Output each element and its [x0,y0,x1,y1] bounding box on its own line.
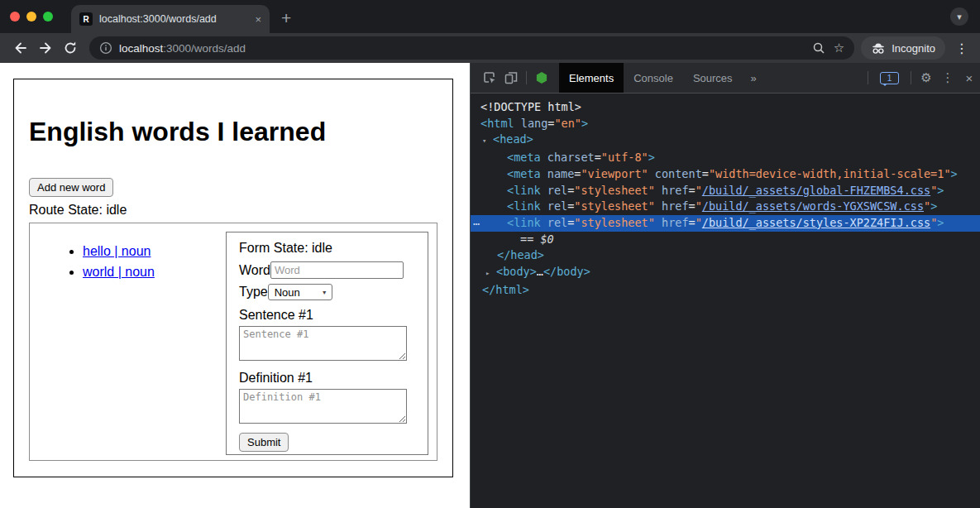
sentence-textarea[interactable] [239,326,407,361]
tab-title: localhost:3000/words/add [99,13,250,25]
issues-counter-button[interactable]: 1 [872,72,906,84]
devtools-toolbar: ElementsConsoleSources » 1 ⚙ ⋮ × [471,63,980,93]
code-segment-value: "utf-8" [601,151,648,164]
browser-menu-button[interactable]: ⋮ [955,41,968,56]
more-tabs-button[interactable]: » [743,72,765,84]
device-toolbar-icon[interactable] [500,67,522,89]
dom-tree-node[interactable]: </head> [471,247,980,264]
site-info-icon[interactable] [99,41,112,55]
forward-button[interactable] [33,36,58,60]
definition-textarea[interactable] [239,389,407,424]
code-segment-value: "stylesheet" [574,216,655,229]
code-segment-plain [541,184,547,197]
code-segment-value: "stylesheet" [574,184,655,197]
code-segment-plain [655,184,662,197]
expand-arrow-icon[interactable]: ▸ [485,266,496,282]
bookmark-star-icon[interactable]: ☆ [834,41,844,55]
code-segment-plain: = [689,216,696,229]
code-segment-tag: <link [507,216,541,229]
code-segment-plain: = [702,167,709,180]
code-segment-plain [655,216,662,229]
reload-icon [63,41,78,55]
code-segment-equals: == [520,232,540,246]
code-segment-value: "width=device-width,initial-scale=1" [709,167,951,180]
route-state-text: Route State: idle [29,203,437,218]
code-segment-attr: lang [521,117,548,130]
add-new-word-button[interactable]: Add new word [29,178,113,197]
dom-tree-node[interactable]: ▸<body>…</body> [471,264,980,282]
code-segment-link: /build/_assets/styles-XP2Z4FIJ.css [702,216,930,229]
devtools-menu-icon[interactable]: ⋮ [937,67,958,89]
zoom-indicator-icon[interactable] [812,41,825,55]
dom-tree-node[interactable]: <meta name="viewport" content="width=dev… [471,166,980,183]
devtools-tab-elements[interactable]: Elements [559,63,624,93]
maximize-window-button[interactable] [43,12,53,22]
code-segment-plain [655,199,662,213]
code-segment-attr: charset [547,151,595,164]
word-link[interactable]: world | noun [83,265,155,279]
browser-tab[interactable]: R localhost:3000/words/add × [71,5,270,33]
submit-button[interactable]: Submit [239,433,289,452]
word-link[interactable]: hello | noun [83,244,151,258]
code-segment-tag: </body> [543,265,590,278]
code-segment-tag: > [930,199,937,213]
word-input[interactable] [270,261,404,279]
collapse-arrow-icon[interactable]: ▾ [482,133,493,150]
code-segment-attr: href [662,216,689,229]
code-segment-plain: … [537,265,543,278]
back-button[interactable] [8,36,33,60]
code-segment-plain: = [689,184,696,197]
select-dropdown-arrow-icon: ▼ [322,290,327,295]
code-segment-tag: <head> [493,132,533,146]
url-path: :3000/words/add [163,42,246,55]
dom-tree-node[interactable]: </html> [471,282,980,299]
definition-label: Definition #1 [239,371,415,386]
dom-tree-node[interactable]: <link rel="stylesheet" href="/build/_ass… [471,199,980,215]
inspect-element-icon[interactable] [479,67,500,89]
tab-strip: R localhost:3000/words/add × + ▾ [0,0,980,33]
reload-button[interactable] [58,36,83,60]
devtools-tab-sources[interactable]: Sources [683,63,743,93]
dom-tree-node[interactable]: …<link rel="stylesheet" href="/build/_as… [471,215,980,232]
code-segment-plain [541,216,547,229]
dom-tree-node[interactable]: <meta charset="utf-8"> [471,150,980,166]
dom-tree-node[interactable]: <html lang="en"> [471,116,980,132]
code-segment-tag: <meta [507,151,541,164]
code-segment-attr: content [655,167,702,180]
devtools-tab-console[interactable]: Console [624,63,683,93]
toolbar-separator [868,71,868,84]
node-options-dots-icon[interactable]: … [473,213,480,230]
dom-tree-node[interactable]: <link rel="stylesheet" href="/build/_ass… [471,183,980,199]
code-segment-tag: <body> [496,265,537,278]
code-segment-plain [541,151,547,164]
code-segment-plain [648,167,655,180]
type-select[interactable]: Noun ▼ [268,284,332,300]
incognito-label: Incognito [892,42,935,55]
search-tabs-button[interactable]: ▾ [950,7,968,26]
dom-tree-node[interactable]: == $0 [471,232,980,248]
code-segment-plain [514,117,521,130]
new-tab-button[interactable]: + [281,9,291,26]
devtools-close-icon[interactable]: × [958,67,980,89]
code-segment-tag: > [937,216,944,229]
settings-gear-icon[interactable]: ⚙ [915,67,937,89]
incognito-icon [871,42,886,55]
add-word-form: Form State: idle Word Type Noun ▼ [226,232,428,455]
back-arrow-icon [13,41,28,55]
code-segment-link: /build/_assets/words-YGXSWCSW.css [702,199,924,213]
address-bar[interactable]: localhost:3000/words/add ☆ [89,36,854,60]
dom-tree-node[interactable]: ▾<head> [471,132,980,150]
extension-hexagon-icon[interactable] [531,67,552,89]
close-window-button[interactable] [10,12,20,22]
code-segment-value: "en" [554,117,581,130]
form-state-text: Form State: idle [239,241,415,256]
code-segment-tag: </head> [497,248,544,261]
web-page: English words I learned Add new word Rou… [0,63,470,508]
code-segment-tag: > [648,151,655,164]
code-segment-dollar: $0 [540,232,553,246]
dom-tree-node[interactable]: <!DOCTYPE html> [471,99,980,116]
dom-tree: <!DOCTYPE html><html lang="en">▾<head><m… [471,93,980,508]
code-segment-tag: <link [507,199,541,213]
minimize-window-button[interactable] [26,12,36,22]
tab-close-icon[interactable]: × [255,13,261,26]
